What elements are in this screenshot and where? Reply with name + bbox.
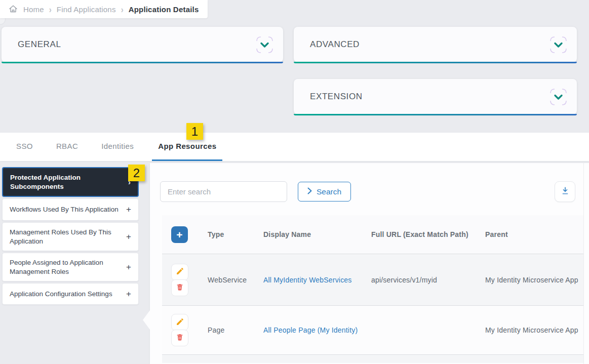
chevron-right-icon: › (49, 4, 52, 14)
table-row: Page All People Page (My Identity) My Id… (162, 305, 583, 354)
sidebar-item-protected-application-subcomponents[interactable]: Protected Application Subcomponents › (2, 167, 139, 197)
column-header-parent: Parent (485, 230, 583, 238)
pencil-icon (176, 267, 184, 277)
app-resources-table: + Type Display Name Full URL (Exact Matc… (162, 215, 583, 363)
cell-display-name-link[interactable]: All People Page (My Identity) (263, 326, 371, 334)
sidebar-item-label: People Assigned to Application Managemen… (10, 258, 122, 276)
column-header-full-url: Full URL (Exact Match Path) (371, 230, 485, 238)
annotation-badge-1: 1 (186, 123, 203, 140)
sidebar-item-application-configuration-settings[interactable]: Application Configuration Settings + (2, 283, 139, 305)
chevron-down-icon (255, 48, 274, 56)
cell-type: Page (208, 326, 263, 334)
breadcrumb-find-applications[interactable]: Find Applications (57, 5, 116, 14)
scroll-gutter[interactable] (583, 163, 589, 364)
sidebar-item-label: Protected Application Subcomponents (10, 173, 124, 191)
chevron-right-icon (307, 187, 312, 196)
panel-extension-expand-button[interactable] (549, 88, 568, 106)
delete-button[interactable] (171, 330, 188, 346)
cell-display-name-link[interactable]: All MyIdentity WebServices (263, 276, 371, 284)
column-header-display-name: Display Name (263, 230, 371, 238)
annotation-badge-2: 2 (128, 165, 145, 181)
breadcrumb-application-details: Application Details (129, 5, 199, 14)
plus-icon: + (126, 262, 131, 272)
app-resources-content: Search + Type Display Name Full URL (Exa… (150, 163, 589, 364)
breadcrumb: Home › Find Applications › Application D… (0, 0, 208, 18)
chevron-down-icon (549, 100, 568, 108)
tab-identities[interactable]: Identities (96, 133, 139, 161)
column-header-type: Type (208, 230, 263, 238)
application-details-screen: Home › Find Applications › Application D… (0, 0, 589, 364)
table-row (162, 354, 583, 363)
home-icon[interactable] (8, 4, 18, 14)
download-icon (560, 186, 570, 197)
add-resource-button[interactable]: + (171, 226, 188, 243)
edit-button[interactable] (171, 264, 188, 280)
plus-icon: + (126, 205, 131, 215)
trash-icon (176, 333, 184, 343)
search-button-label: Search (317, 187, 341, 196)
panel-general: GENERAL (2, 27, 283, 62)
cell-full-url: api/services/v1/myid (371, 276, 485, 284)
panel-general-title: GENERAL (18, 39, 61, 50)
panel-advanced: ADVANCED (294, 27, 577, 62)
sidebar-item-workflows[interactable]: Workflows Used By This Application + (2, 198, 139, 221)
plus-icon: + (126, 289, 131, 299)
table-row: WebService All MyIdentity WebServices ap… (162, 254, 583, 305)
table-header-row: + Type Display Name Full URL (Exact Matc… (162, 215, 583, 254)
plus-icon: + (126, 232, 131, 242)
panel-advanced-title: ADVANCED (310, 39, 360, 50)
sidebar: Protected Application Subcomponents › Wo… (2, 167, 139, 306)
sidebar-item-people-assigned[interactable]: People Assigned to Application Managemen… (2, 253, 139, 281)
sidebar-item-label: Workflows Used By This Application (10, 205, 119, 214)
tab-sso[interactable]: SSO (11, 133, 38, 161)
panel-general-expand-button[interactable] (255, 35, 274, 54)
search-button[interactable]: Search (298, 182, 351, 201)
delete-button[interactable] (171, 279, 188, 296)
sidebar-item-label: Management Roles Used By This Applicatio… (10, 228, 122, 246)
panel-extension: EXTENSION (294, 79, 577, 114)
sidebar-item-management-roles[interactable]: Management Roles Used By This Applicatio… (2, 222, 139, 251)
breadcrumb-home[interactable]: Home (23, 5, 44, 14)
chevron-right-icon: › (121, 4, 124, 14)
cell-parent: My Identity Microservice App (485, 326, 583, 334)
row-actions (171, 314, 188, 346)
trash-icon (176, 283, 184, 293)
download-button[interactable] (555, 181, 575, 202)
panel-extension-title: EXTENSION (310, 92, 363, 102)
panel-notch (143, 310, 150, 330)
row-actions (171, 264, 188, 296)
cell-parent: My Identity Microservice App (485, 276, 583, 284)
cell-type: WebService (208, 276, 263, 284)
pencil-icon (176, 317, 184, 328)
tab-rbac[interactable]: RBAC (51, 133, 83, 161)
sidebar-item-label: Application Configuration Settings (10, 290, 112, 299)
search-input[interactable] (160, 181, 287, 202)
chevron-down-icon (549, 48, 568, 56)
edit-button[interactable] (171, 314, 188, 331)
panel-advanced-expand-button[interactable] (549, 35, 568, 54)
tab-bar: SSO RBAC Identities App Resources (0, 133, 589, 161)
